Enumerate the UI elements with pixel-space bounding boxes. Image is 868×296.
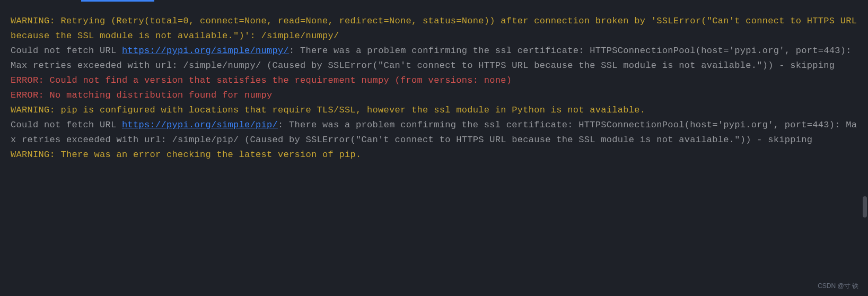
terminal-output: WARNING: Retrying (Retry(total=0, connec… bbox=[11, 14, 857, 162]
watermark: CSDN @寸 铁 bbox=[818, 281, 858, 292]
terminal-link[interactable]: https://pypi.org/simple/pip/ bbox=[122, 120, 278, 130]
scrollbar-thumb[interactable] bbox=[863, 196, 867, 217]
terminal-text-info: Could not fetch URL bbox=[11, 120, 122, 130]
terminal-text-info: Could not fetch URL bbox=[11, 46, 122, 56]
terminal-text-warning: WARNING: Retrying (Retry(total=0, connec… bbox=[11, 16, 863, 41]
active-tab-indicator bbox=[81, 0, 154, 2]
terminal-text-warning: WARNING: There was an error checking the… bbox=[11, 150, 362, 160]
terminal-text-warning: WARNING: pip is configured with location… bbox=[11, 105, 645, 115]
terminal-link[interactable]: https://pypi.org/simple/numpy/ bbox=[122, 46, 289, 56]
terminal-text-error: ERROR: Could not find a version that sat… bbox=[11, 75, 512, 85]
terminal-text-error: ERROR: No matching distribution found fo… bbox=[11, 90, 273, 100]
